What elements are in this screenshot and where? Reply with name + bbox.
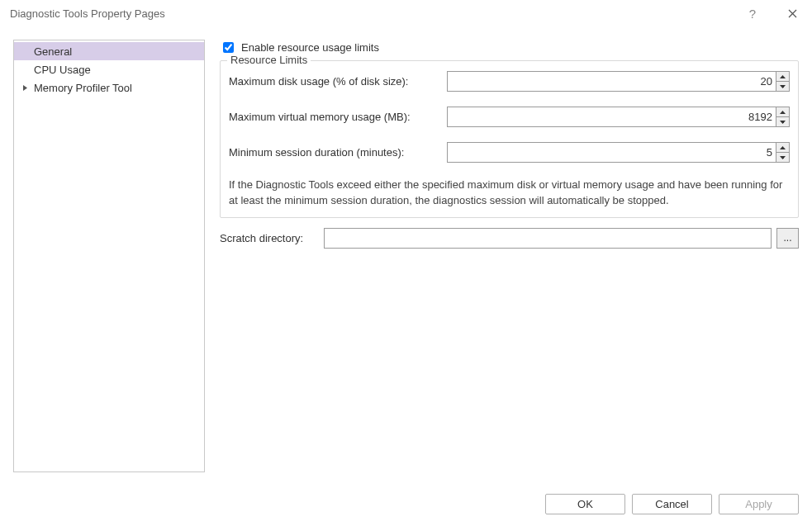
spin-down-button[interactable] (776, 152, 790, 163)
help-icon: ? (749, 7, 762, 21)
browse-button[interactable]: ... (776, 228, 799, 249)
sidebar-item-label: General (34, 45, 72, 58)
enable-limits-label: Enable resource usage limits (241, 41, 379, 54)
max-disk-spinner (447, 71, 790, 92)
spin-up-button[interactable] (776, 107, 790, 116)
close-button[interactable] (774, 2, 810, 26)
max-vmem-label: Maximum virtual memory usage (MB): (229, 111, 442, 123)
chevron-down-icon (780, 85, 786, 88)
spin-up-button[interactable] (776, 142, 790, 152)
scratch-label: Scratch directory: (220, 232, 319, 244)
spin-down-button[interactable] (776, 116, 790, 127)
spinner-buttons (776, 142, 790, 163)
dialog-footer: OK Cancel Apply (545, 494, 799, 514)
chevron-down-icon (780, 121, 786, 124)
cancel-button[interactable]: Cancel (632, 494, 712, 514)
max-disk-label: Maximum disk usage (% of disk size): (229, 75, 442, 88)
expander-icon[interactable] (22, 85, 31, 91)
min-session-row: Minimum session duration (minutes): (229, 142, 790, 163)
ok-button[interactable]: OK (545, 494, 625, 514)
sidebar-item-general[interactable]: General (14, 42, 204, 60)
window-title: Diagnostic Tools Property Pages (10, 7, 738, 20)
sidebar-item-label: CPU Usage (34, 64, 91, 76)
max-disk-row: Maximum disk usage (% of disk size): (229, 71, 790, 92)
group-legend: Resource Limits (227, 54, 311, 66)
max-disk-input[interactable] (447, 71, 776, 92)
chevron-up-icon (780, 146, 786, 149)
chevron-up-icon (780, 111, 786, 114)
category-tree[interactable]: General CPU Usage Memory Profiler Tool (13, 40, 205, 472)
spin-down-button[interactable] (776, 81, 790, 92)
sidebar-item-cpu-usage[interactable]: CPU Usage (14, 60, 204, 78)
scratch-directory-row: Scratch directory: ... (220, 228, 799, 249)
sidebar-item-label: Memory Profiler Tool (34, 82, 132, 94)
max-vmem-row: Maximum virtual memory usage (MB): (229, 107, 790, 127)
max-vmem-spinner (447, 107, 790, 127)
titlebar: Diagnostic Tools Property Pages ? (0, 0, 812, 28)
apply-button[interactable]: Apply (719, 494, 799, 514)
spinner-buttons (776, 107, 790, 127)
dialog-content: General CPU Usage Memory Profiler Tool E… (0, 28, 812, 472)
max-vmem-input[interactable] (447, 107, 776, 127)
group-description: If the Diagnostic Tools exceed either th… (229, 178, 790, 209)
spinner-buttons (776, 71, 790, 92)
sidebar-item-memory-profiler[interactable]: Memory Profiler Tool (14, 78, 204, 97)
enable-limits-checkbox[interactable] (223, 42, 234, 53)
chevron-up-icon (780, 75, 786, 78)
scratch-input[interactable] (324, 228, 772, 249)
min-session-label: Minimum session duration (minutes): (229, 146, 442, 159)
close-icon (788, 9, 797, 18)
spin-up-button[interactable] (776, 71, 790, 81)
min-session-input[interactable] (447, 142, 776, 163)
min-session-spinner (447, 142, 790, 163)
resource-limits-group: Resource Limits Maximum disk usage (% of… (220, 60, 799, 218)
chevron-down-icon (780, 156, 786, 159)
help-button[interactable]: ? (738, 2, 774, 26)
main-panel: Enable resource usage limits Resource Li… (220, 40, 799, 472)
